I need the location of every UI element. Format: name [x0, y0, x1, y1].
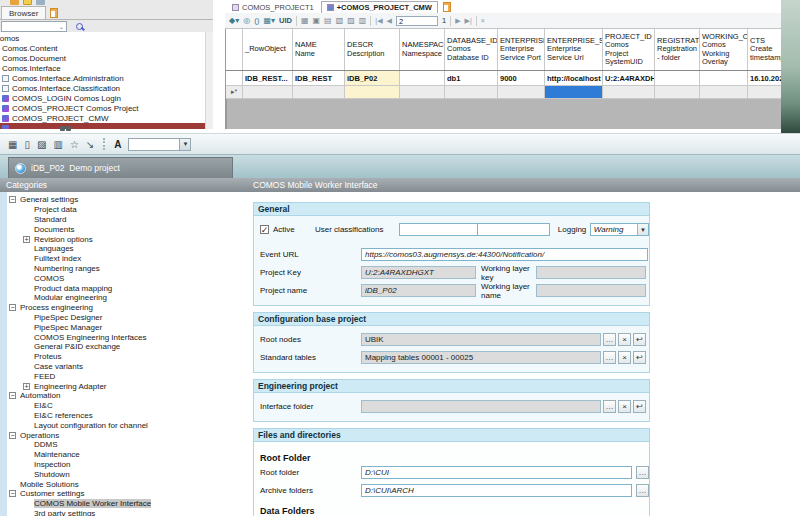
browse-button[interactable]: … [636, 466, 649, 479]
category-item[interactable]: DDMS [7, 440, 240, 450]
category-item[interactable]: PipeSpec Manager [7, 322, 240, 332]
tab-browser[interactable]: Browser [1, 6, 46, 19]
grid-cell[interactable] [655, 86, 700, 98]
record-last-icon[interactable]: ▶| [465, 17, 472, 25]
nav-back-icon[interactable]: ◆▾ [229, 16, 239, 25]
grid-cell[interactable] [243, 86, 293, 98]
category-item[interactable]: Standard [7, 215, 240, 225]
expander-icon[interactable] [9, 196, 16, 203]
category-item[interactable]: Process engineering [7, 303, 240, 313]
event-url-field[interactable]: https://comos03.augmensys.de:44300/Notif… [361, 248, 648, 261]
record-prev-icon[interactable]: ◀ [387, 17, 392, 25]
record-count-field[interactable]: 2 [396, 16, 438, 26]
category-item[interactable]: General settings [7, 195, 240, 205]
style-combobox[interactable]: ▼ [128, 138, 191, 151]
grid-cell[interactable]: U:2:A4RAXDHGXT [603, 71, 655, 85]
grid-cell[interactable] [445, 86, 498, 98]
category-item[interactable]: Revision options [7, 234, 240, 244]
refresh-icon[interactable]: ◎ [243, 16, 250, 25]
category-item[interactable]: Layout configuration for channel [7, 420, 240, 430]
category-item[interactable]: Inspection [7, 460, 240, 470]
category-item[interactable]: Proteus [7, 352, 240, 362]
browse-button[interactable]: … [603, 333, 616, 346]
copy-icon[interactable]: ▨ [347, 16, 355, 25]
clear-button[interactable]: × [618, 351, 631, 364]
category-item[interactable]: 3rd party settings [7, 509, 240, 516]
tree-item[interactable] [0, 123, 205, 129]
category-item[interactable]: COMOS Mobile Worker Interface [7, 499, 240, 509]
REGISTRATIC[interactable]: REGISTRATIC Registration - folder [655, 29, 700, 70]
navigate-button[interactable]: ↩ [633, 351, 646, 364]
browse-button[interactable]: … [636, 484, 649, 497]
grid-cell[interactable] [400, 86, 445, 98]
tree-item[interactable]: Comos.Interface [0, 63, 205, 73]
folder-icon[interactable] [10, 0, 19, 5]
grid-cell[interactable]: 9000 [498, 71, 545, 85]
mobile-device-icon[interactable]: ▯ [24, 139, 30, 150]
category-item[interactable]: Languages [7, 244, 240, 254]
expander-icon[interactable] [9, 392, 16, 399]
grid-tab[interactable]: +COMOS_PROJECT_CMW [321, 1, 438, 13]
grid-cell[interactable]: IDB_REST [293, 71, 345, 85]
tree-item[interactable]: Comos.Interface.Classification [0, 83, 205, 93]
DATABASE_ID[interactable]: DATABASE_ID Comos Database ID [445, 29, 498, 70]
bookmark-icon[interactable] [23, 0, 32, 5]
category-item[interactable]: Shutdown [7, 469, 240, 479]
DESCR[interactable]: DESCR Description [345, 29, 400, 70]
star-icon[interactable]: ☆ [70, 139, 79, 150]
tree-item[interactable]: Comos.Interface.Administration [0, 73, 205, 83]
category-item[interactable]: COMOS Engineering Interfaces [7, 332, 240, 342]
tree-item[interactable]: Comos.Document [0, 53, 205, 63]
expander-icon[interactable] [9, 304, 16, 311]
layout-dropdown-icon[interactable]: ▦▾ [263, 16, 275, 25]
grid-cell[interactable] [655, 71, 700, 85]
clear-button[interactable]: × [618, 333, 631, 346]
grid-cell[interactable] [748, 86, 781, 98]
grid-cell[interactable]: iDB_P02 [345, 71, 400, 85]
category-item[interactable]: Product data mapping [7, 283, 240, 293]
search-icon[interactable] [76, 23, 83, 30]
category-item[interactable]: Engineering Adapter [7, 381, 240, 391]
category-item[interactable]: Customer settings [7, 489, 240, 499]
expander-icon[interactable] [23, 383, 30, 390]
paste-icon[interactable]: ▥ [359, 16, 367, 25]
window-icon[interactable] [36, 0, 45, 5]
ENTERPRISE_SER[interactable]: ENTERPRISE_SER Enterprise Service Url [545, 29, 603, 70]
record-first-icon[interactable]: |◀ [375, 17, 382, 25]
navigate-button[interactable]: ↩ [633, 333, 646, 346]
new-page-icon[interactable] [50, 8, 58, 18]
record-next-icon[interactable]: ▶ [455, 17, 460, 25]
category-item[interactable]: EI&C [7, 401, 240, 411]
view-grid-icon[interactable]: ▦ [301, 16, 309, 25]
code-brackets-icon[interactable]: () [254, 16, 259, 25]
user-classification-field-1[interactable] [399, 223, 478, 236]
NAME[interactable]: NAME Name [293, 29, 345, 70]
category-item[interactable]: COMOS [7, 273, 240, 283]
cut-icon[interactable]: ▧ [336, 16, 344, 25]
grid-cell[interactable] [400, 71, 445, 85]
browse-button[interactable]: … [603, 351, 616, 364]
PROJECT_ID[interactable]: PROJECT_ID Comos Project SystemUID [603, 29, 655, 70]
tree-item[interactable]: Comos.Content [0, 43, 205, 53]
grid-cell[interactable] [700, 86, 748, 98]
columns-icon[interactable]: ▥ [53, 139, 62, 150]
category-item[interactable]: FEED [7, 371, 240, 381]
binoculars-icon[interactable] [60, 126, 72, 132]
category-item[interactable]: Modular engineering [7, 293, 240, 303]
active-checkbox[interactable]: ✓ [260, 225, 269, 234]
browser-scrollbar[interactable] [205, 32, 213, 129]
navigate-button[interactable]: ↩ [633, 400, 646, 413]
root-folder-field[interactable]: D:\CUI [361, 466, 632, 479]
category-item[interactable]: General P&ID exchange [7, 342, 240, 352]
grid-cell[interactable] [293, 86, 345, 98]
archive-folders-field[interactable]: D:\CUI\ARCH [361, 484, 632, 497]
grid-cell[interactable] [498, 86, 545, 98]
grid-cell[interactable]: http://localhost [545, 71, 603, 85]
search-input[interactable]: ⌄ [1, 21, 67, 32]
category-item[interactable]: Mobile Solutions [7, 479, 240, 489]
category-item[interactable]: Automation [7, 391, 240, 401]
category-item[interactable]: EI&C references [7, 411, 240, 421]
grid-cell[interactable] [700, 71, 748, 85]
clear-button[interactable]: × [618, 400, 631, 413]
expander-icon[interactable] [9, 432, 16, 439]
